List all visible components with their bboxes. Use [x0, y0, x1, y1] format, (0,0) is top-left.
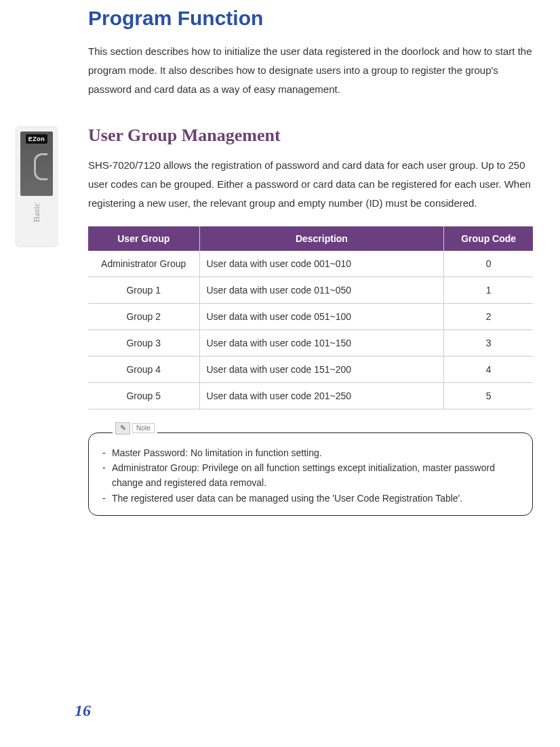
- cell-group: Administrator Group: [88, 251, 199, 277]
- cell-desc: User data with user code 151~200: [199, 356, 444, 382]
- page-title: Program Function: [88, 7, 533, 30]
- table-row: Administrator GroupUser data with user c…: [88, 251, 533, 277]
- pencil-icon: ✎: [115, 422, 130, 435]
- table-row: Group 5User data with user code 201~2505: [88, 382, 533, 409]
- brand-label: EZon: [26, 134, 48, 144]
- side-tab-basic: EZon Basic: [16, 127, 57, 246]
- table-header-desc: Description: [199, 226, 444, 251]
- page-number: 16: [75, 702, 91, 720]
- cell-code: 1: [444, 277, 533, 303]
- note-text: Master Password: No limitation in functi…: [112, 445, 519, 460]
- note-badge: ✎ Note: [113, 422, 157, 435]
- note-label: Note: [132, 423, 155, 433]
- dash-icon: -: [102, 460, 112, 491]
- cell-code: 2: [444, 303, 533, 329]
- note-line: -Administrator Group: Privilege on all f…: [102, 460, 519, 491]
- table-row: Group 1User data with user code 011~0501: [88, 277, 533, 303]
- cell-code: 0: [444, 251, 533, 277]
- note-line: -Master Password: No limitation in funct…: [102, 445, 519, 460]
- door-handle-icon: [34, 153, 47, 180]
- user-group-table: User Group Description Group Code Admini…: [88, 226, 533, 409]
- cell-desc: User data with user code 101~150: [199, 329, 444, 356]
- cell-group: Group 1: [88, 277, 199, 303]
- note-text: Administrator Group: Privilege on all fu…: [112, 460, 519, 491]
- table-row: Group 2User data with user code 051~1002: [88, 303, 533, 329]
- cell-desc: User data with user code 001~010: [199, 251, 444, 277]
- note-box: -Master Password: No limitation in funct…: [88, 432, 533, 517]
- table-header-code: Group Code: [444, 226, 533, 251]
- section-text: SHS-7020/7120 allows the registration of…: [88, 156, 533, 212]
- cell-desc: User data with user code 011~050: [199, 277, 444, 303]
- note-text: The registered user data can be managed …: [112, 491, 519, 506]
- intro-text: This section describes how to initialize…: [88, 42, 533, 98]
- table-row: Group 3User data with user code 101~1503: [88, 329, 533, 356]
- cell-desc: User data with user code 051~100: [199, 303, 444, 329]
- side-tab-label: Basic: [31, 203, 42, 222]
- lock-image: EZon: [20, 132, 53, 196]
- cell-group: Group 5: [88, 382, 199, 409]
- cell-code: 5: [444, 382, 533, 409]
- section-heading: User Group Management: [88, 125, 533, 146]
- cell-group: Group 2: [88, 303, 199, 329]
- note-line: -The registered user data can be managed…: [102, 491, 519, 506]
- table-row: Group 4User data with user code 151~2004: [88, 356, 533, 382]
- table-header-group: User Group: [88, 226, 199, 251]
- cell-group: Group 4: [88, 356, 199, 382]
- dash-icon: -: [102, 491, 112, 506]
- cell-group: Group 3: [88, 329, 199, 356]
- note-container: ✎ Note -Master Password: No limitation i…: [88, 432, 533, 517]
- cell-code: 3: [444, 329, 533, 356]
- dash-icon: -: [102, 445, 112, 460]
- cell-desc: User data with user code 201~250: [199, 382, 444, 409]
- cell-code: 4: [444, 356, 533, 382]
